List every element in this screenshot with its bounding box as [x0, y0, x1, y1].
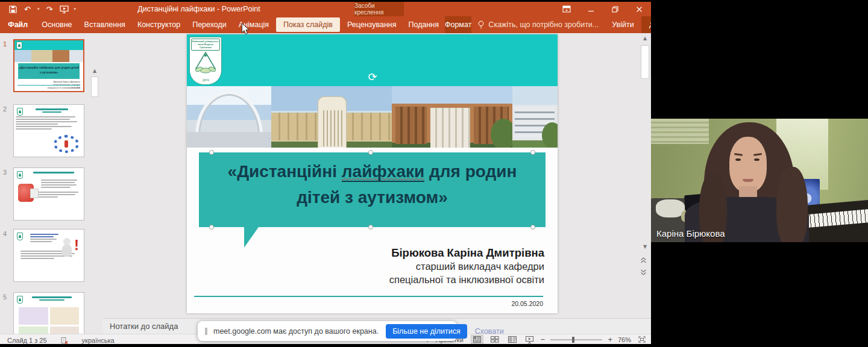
zoom-out-icon[interactable]: −: [541, 335, 546, 344]
close-icon[interactable]: [627, 2, 651, 16]
slide-thumbnail-1[interactable]: «Дистанційні лайфхаки для родин дітей з …: [13, 39, 84, 92]
thumbnail-number: 5: [3, 293, 11, 301]
selection-handle[interactable]: [368, 150, 373, 155]
normal-view-icon[interactable]: [471, 335, 483, 344]
share-button[interactable]: Спільний доступ: [641, 16, 651, 33]
university-logo: Київський університет імені Бориса Грінч…: [189, 37, 222, 85]
ribbon-tab-row: Файл Основне Вставлення Конструктор Пере…: [0, 16, 651, 33]
webcam-video[interactable]: Каріна Бірюкова: [651, 119, 868, 242]
screen: ↶ ▾ ↷ ▾ Дистанційні лайфхаки - PowerPoin…: [0, 0, 868, 347]
webcam-panel: Каріна Бірюкова: [651, 0, 868, 347]
slide-divider-line: [194, 296, 543, 297]
thumb1-title: «Дистанційні лайфхаки для родин дітей з …: [18, 63, 80, 79]
tab-home[interactable]: Основне: [36, 16, 78, 33]
notes-pane-label: Нотатки до слайда: [110, 322, 178, 331]
photo-main-building: [271, 86, 392, 148]
tab-review[interactable]: Рецензування: [341, 16, 402, 33]
sign-in-button[interactable]: Увійти: [605, 16, 641, 33]
drag-grip-icon[interactable]: [205, 328, 207, 335]
scroll-up-icon[interactable]: ▲: [640, 36, 650, 43]
current-slide[interactable]: Київський університет імені Бориса Грінч…: [187, 34, 558, 313]
slide-thumbnail-panel: 1 «Дистанційні лайфхаки для родин дітей …: [0, 33, 102, 334]
logo-emblem: [191, 51, 220, 75]
selection-handle[interactable]: [209, 225, 214, 230]
webcam-scene: [651, 119, 868, 242]
author-block[interactable]: Бірюкова Каріна Дмитрівна старший виклад…: [389, 246, 544, 287]
meet-share-banner: meet.google.com має доступ до вашого екр…: [198, 321, 457, 341]
thumbnail-number: 4: [3, 230, 11, 237]
ribbon-display-options-icon[interactable]: [555, 2, 579, 16]
thumbnail-number: 1: [3, 40, 11, 48]
selection-handle[interactable]: [530, 150, 535, 155]
logo-year: 1874: [190, 78, 221, 82]
thumb1-divider: [17, 85, 80, 86]
slide-thumbnail-3[interactable]: [13, 167, 84, 220]
thumb3-logo-icon: [17, 171, 23, 179]
photo-glass-arch: [187, 86, 271, 148]
previous-slide-icon[interactable]: [640, 257, 650, 264]
tell-me-box[interactable]: Скажіть, що потрібно зробити...: [471, 16, 605, 33]
slide-thumbnail-4[interactable]: !: [13, 229, 84, 282]
zoom-slider-knob[interactable]: [572, 337, 574, 343]
slide-thumbnail-5[interactable]: [13, 292, 84, 334]
tab-slideshow-active[interactable]: Показ слайдів: [276, 17, 340, 32]
language-indicator[interactable]: українська: [82, 337, 115, 344]
selection-handle[interactable]: [209, 150, 214, 155]
selection-handle[interactable]: [368, 225, 373, 230]
window-title: Дистанційні лайфхаки - PowerPoint: [36, 2, 362, 16]
tab-file[interactable]: Файл: [0, 16, 36, 33]
thumb5-image-grid: [19, 307, 79, 334]
selection-handle[interactable]: [530, 225, 535, 230]
zoom-level[interactable]: 76%: [618, 336, 631, 343]
reading-view-icon[interactable]: [506, 335, 518, 344]
zoom-slider[interactable]: [550, 339, 602, 340]
author-name: Бірюкова Каріна Дмитрівна: [389, 246, 544, 260]
tell-me-label: Скажіть, що потрібно зробити...: [488, 20, 599, 29]
tab-animations[interactable]: Анімація: [233, 16, 275, 33]
thumb1-photo-strip: [14, 50, 83, 62]
stop-sharing-button[interactable]: Більше не ділитися: [386, 324, 467, 339]
underlined-word: лайфхаки: [342, 162, 424, 182]
scrollbar-thumb[interactable]: [641, 45, 649, 79]
minimize-icon[interactable]: [579, 2, 603, 16]
thumb5-logo-icon: [17, 296, 23, 304]
tab-format-contextual[interactable]: Формат: [445, 16, 471, 33]
slide-counter: Слайд 1 з 25: [7, 337, 47, 344]
author-role-line1: старший викладач кафедри: [389, 260, 544, 273]
thumb1-teal-band: [14, 40, 83, 50]
thumbnail-number: 3: [3, 169, 11, 176]
save-icon[interactable]: [8, 5, 17, 14]
rotate-handle-icon[interactable]: ⟳: [366, 70, 379, 84]
slide-thumbnail-2[interactable]: [13, 104, 84, 157]
thumb1-logo-icon: [16, 42, 22, 49]
tab-transitions[interactable]: Переходи: [186, 16, 233, 33]
tab-insert[interactable]: Вставлення: [78, 16, 131, 33]
main-vertical-scrollbar[interactable]: ▲ ▼: [640, 36, 650, 314]
fit-to-window-icon[interactable]: [637, 335, 647, 344]
slide-title[interactable]: «Дистанційні лайфхаки для родин дітей з …: [205, 158, 539, 211]
thumbnail-scrollbar[interactable]: ▲ ▼: [90, 67, 99, 334]
lightbulb-icon: [477, 20, 485, 29]
undo-icon[interactable]: ↶: [23, 5, 32, 14]
title-bar: ↶ ▾ ↷ ▾ Дистанційні лайфхаки - PowerPoin…: [0, 2, 651, 16]
thumbnail-number: 2: [3, 105, 11, 113]
thumb4-figure-image: !: [61, 238, 79, 258]
zoom-in-icon[interactable]: +: [608, 335, 612, 344]
status-bar-left: Слайд 1 з 25 українська: [7, 336, 115, 344]
author-role-line2: спеціальної та інклюзивної освіти: [389, 273, 544, 286]
next-slide-icon[interactable]: [640, 269, 650, 277]
spell-check-icon[interactable]: [59, 336, 70, 344]
tab-view[interactable]: Подання: [402, 16, 444, 33]
slide-sorter-view-icon[interactable]: [489, 335, 501, 344]
title-callout-tail: [244, 227, 271, 248]
tab-design[interactable]: Конструктор: [131, 16, 186, 33]
hide-banner-button[interactable]: Сховати: [475, 327, 504, 336]
logo-text-line2: імені Бориса Грінченка: [192, 43, 219, 49]
scrollbar-thumb[interactable]: [91, 77, 98, 97]
slideshow-view-icon[interactable]: [524, 335, 535, 344]
scroll-down-icon[interactable]: ▼: [640, 244, 650, 251]
ribbon-right-group: Увійти Спільний доступ: [605, 16, 651, 33]
restore-icon[interactable]: [603, 2, 627, 16]
thumb3-red-object-image: [18, 184, 34, 202]
scroll-up-icon[interactable]: ▲: [90, 68, 99, 75]
